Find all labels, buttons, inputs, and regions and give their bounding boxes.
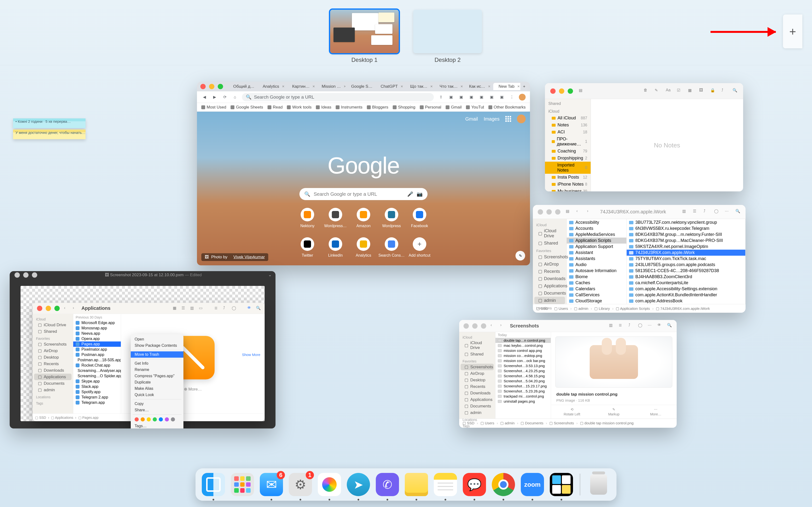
minimize-icon[interactable] [23,272,28,278]
tag-color[interactable] [171,417,175,421]
close-icon[interactable] [538,209,543,215]
group-icon[interactable]: ☰ [693,209,699,215]
view-icons-icon[interactable]: ▦ [173,306,178,311]
dock-mail[interactable]: ✉︎6 [260,473,283,496]
list-item[interactable]: trackpad mi…control.png [496,394,551,399]
notes-folder[interactable]: Insta Posts12 [545,174,591,181]
path-segment[interactable]: ▢ admin [574,306,588,311]
images-link[interactable]: Images [483,116,500,122]
bookmark-item[interactable]: Google Sheets [231,105,263,110]
search-icon[interactable]: 🔍 [735,209,742,215]
list-item[interactable]: CallServices [567,292,626,298]
mic-icon[interactable]: 🎤 [407,191,413,197]
path-segment[interactable]: ▢ 74J34U3R6X.com.apple.iWork [656,306,710,311]
browser-tab[interactable]: Как ис…× [464,83,493,90]
list-item[interactable]: Postman.app [73,352,121,357]
shortcut-tile[interactable]: Wordpress [379,208,404,235]
share-icon[interactable]: ⤴ [721,88,728,94]
list-item[interactable]: Slack.app [73,384,121,389]
sidebar-item[interactable]: ▢admin [534,297,565,304]
browser-tab[interactable]: Що так…× [405,83,434,90]
zoom-icon[interactable] [218,84,223,89]
list-item[interactable]: Microsoft Edge.app [73,320,121,326]
sticky-note-blue[interactable]: • Кожні 2 години · 5 хв перерва… [13,118,85,128]
customize-button[interactable]: ✎ [516,251,525,261]
list-item[interactable]: Neeva.app [73,331,121,336]
sidebar-item[interactable]: ▢Desktop [459,377,495,383]
pixelmator-window[interactable]: 🖼 Screenshot 2023-09-15 at 12.10.00.pxm … [10,271,276,429]
list-item[interactable]: Telegram 2.app [73,395,121,400]
list-item[interactable]: Application Scripts [567,237,626,243]
context-menu[interactable]: Open Show Package Contents Move to Trash… [131,334,183,429]
close-tab-icon[interactable]: × [401,84,403,89]
list-item[interactable]: Accessibility [567,219,626,225]
add-space-button[interactable]: + [783,14,802,48]
dock-telegram[interactable]: ➤ [347,473,370,496]
table-icon[interactable]: ▦ [688,88,694,94]
menu-item-move-to-trash[interactable]: Move to Trash [131,351,183,358]
traffic-lights[interactable] [199,84,224,89]
forward-icon[interactable]: › [500,323,507,329]
home-icon[interactable]: ⌂ [232,94,238,100]
list-item[interactable]: Biome [567,274,626,280]
list-item[interactable]: CloudStorage [567,298,626,304]
bookmark-item[interactable]: Gmail [446,105,462,110]
bookmark-item[interactable]: Shopping [393,105,415,110]
show-more-link[interactable]: Show More [242,352,260,357]
tag-color[interactable] [159,417,163,421]
tag-icon[interactable]: ◯ [232,306,237,311]
apps-grid-icon[interactable] [505,116,511,122]
notes-folder[interactable]: Dropshipping2 [545,155,591,162]
sidebar-item[interactable]: ▢AirDrop [33,347,73,354]
tag-icon[interactable]: ◯ [714,209,720,215]
media-icon[interactable]: 🖼 [699,88,705,94]
share-icon[interactable]: ⤴ [703,209,710,215]
browser-tab[interactable]: Mission …× [316,83,345,90]
list-item[interactable]: Screenshot…4.58.15.png [496,373,551,379]
forward-icon[interactable]: › [73,306,78,311]
search-icon[interactable]: 🔍 [256,306,261,311]
close-icon[interactable] [14,272,20,278]
close-tab-icon[interactable]: × [488,84,490,89]
path-segment[interactable]: ▢ Screenshots [549,421,574,425]
minimize-icon[interactable] [546,209,552,215]
space-desktop-1[interactable]: Desktop 1 [330,10,399,65]
sidebar-item[interactable]: ▢Documents [459,403,495,409]
dock-chrome[interactable] [492,473,515,496]
close-icon[interactable] [37,306,42,311]
list-item[interactable]: Accounts [567,225,626,231]
dock-viber[interactable]: ✆ [376,473,399,496]
finder-column[interactable]: Today double tap…n control.pngmac keybo…… [496,332,551,418]
zoom-icon[interactable] [568,89,573,94]
view-gallery-icon[interactable]: ▭ [199,306,204,311]
sticky-note-yellow[interactable]: У меня достаточно денег, чтобы начать… [13,129,85,139]
list-item[interactable]: 243LU875E5.groups.com.apple.podcasts [627,262,745,268]
sidebar-item[interactable]: ▢AirDrop [533,261,567,268]
list-item[interactable]: ca.michelf.CounterpartsLite [627,280,745,286]
list-item[interactable]: 59KSTZA4XR.net.pornel.ImageOptim [627,243,745,249]
zoom-icon[interactable] [481,323,486,329]
shortcut-tile[interactable]: Search Cons… [379,237,404,264]
list-item[interactable]: AppleMediaServices [567,231,626,237]
list-item[interactable]: Screenshot…5.04.20.png [496,379,551,384]
close-tab-icon[interactable]: × [517,84,520,89]
list-item[interactable]: Pixelmator.app [73,347,121,352]
funter-icon[interactable]: 👁 [657,323,663,329]
list-item[interactable]: mission control app.png [496,348,551,353]
overflow-icon[interactable]: ⋮ [509,94,515,100]
more-button[interactable]: ⊕ More… [184,387,202,392]
shortcut-tile[interactable]: Twitter [295,237,320,264]
menu-item[interactable]: Share… [131,407,183,413]
list-item[interactable]: Application Support [567,243,626,249]
view-list-icon[interactable]: ☰ [181,306,187,311]
new-tab-button[interactable]: + [521,83,528,90]
list-item[interactable]: Screenshot…4.23.25.png [496,368,551,373]
back-icon[interactable]: ‹ [64,306,69,311]
checklist-icon[interactable]: ☑ [677,88,683,94]
list-item[interactable]: Skype.app [73,379,121,384]
list-item[interactable]: Assistant [567,249,626,256]
dock-launchpad[interactable] [231,473,254,496]
dock-chat[interactable]: 💬 [463,473,486,496]
sidebar-item[interactable]: ▢Desktop [33,354,73,360]
sidebar-item[interactable]: ▢Applications [34,374,71,380]
